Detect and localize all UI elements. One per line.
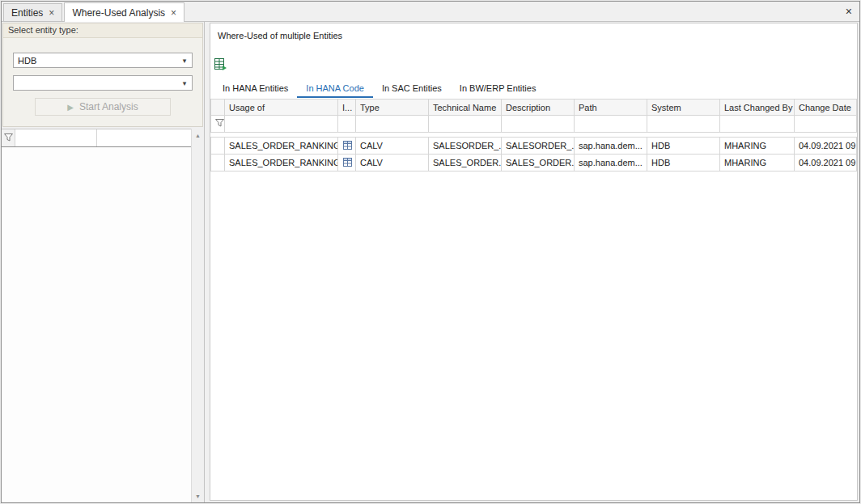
row-indicator-header — [211, 100, 225, 116]
entity-list-filter-row — [2, 129, 191, 147]
column-header-type[interactable]: Type — [356, 100, 429, 116]
entity-type-value: HDB — [18, 56, 179, 66]
tab-where-used-label: Where-Used Analysis — [72, 7, 165, 19]
cell-description: SALESORDER_... — [502, 138, 575, 155]
cell-last-changed-by: MHARING — [720, 138, 795, 155]
export-excel-icon[interactable] — [214, 57, 228, 71]
play-icon: ▶ — [67, 103, 74, 112]
cell-technical-name: SALESORDER_... — [429, 138, 502, 155]
filter-cell[interactable] — [15, 129, 97, 146]
start-analysis-button[interactable]: ▶ Start Analysis — [35, 98, 171, 116]
tab-where-used-analysis[interactable]: Where-Used Analysis × — [64, 2, 184, 22]
filter-cell[interactable] — [795, 116, 857, 133]
chevron-down-icon[interactable]: ▾ — [179, 79, 190, 87]
column-header-icon[interactable]: I... — [338, 100, 356, 116]
cell-type: CALV — [356, 138, 429, 155]
filter-cell[interactable] — [429, 116, 502, 133]
cell-usage-of: SALES_ORDER_RANKING — [225, 155, 338, 172]
header-row: Usage of I... Type Technical Name Descri… — [211, 100, 857, 116]
column-header-usage-of[interactable]: Usage of — [225, 100, 338, 116]
cell-technical-name: SALES_ORDER... — [429, 155, 502, 172]
where-used-results-panel: Where-Used of multiple Entities In HANA … — [210, 23, 858, 501]
table-row[interactable]: SALES_ORDER_RANKING CALV SALESORDE — [211, 138, 857, 155]
cell-last-changed-by: MHARING — [720, 155, 795, 172]
close-icon[interactable]: × — [846, 6, 852, 17]
cell-type: CALV — [356, 155, 429, 172]
filter-cell[interactable] — [338, 116, 356, 133]
cell-usage-of: SALES_ORDER_RANKING — [225, 138, 338, 155]
tab-in-hana-entities[interactable]: In HANA Entities — [214, 81, 297, 98]
tab-close-icon[interactable]: × — [171, 8, 176, 18]
cell-change-date: 04.09.2021 09... — [795, 138, 857, 155]
column-header-system[interactable]: System — [647, 100, 720, 116]
cell-path: sap.hana.dem... — [575, 155, 647, 172]
filter-icon — [215, 119, 224, 129]
entity-type-select[interactable]: HDB ▾ — [13, 53, 193, 68]
cell-change-date: 04.09.2021 09... — [795, 155, 857, 172]
results-tabstrip: In HANA Entities In HANA Code In SAC Ent… — [214, 80, 857, 98]
filter-icon — [4, 133, 13, 143]
left-scrollbar[interactable]: ▲ ▼ — [191, 129, 204, 502]
filter-cell[interactable] — [720, 116, 795, 133]
chevron-down-icon[interactable]: ▾ — [179, 57, 190, 65]
scroll-up-icon[interactable]: ▲ — [192, 129, 204, 142]
group-title: Select entity type: — [3, 23, 202, 38]
select-entity-type-group: Select entity type: HDB ▾ ▾ ▶ Start Anal… — [2, 23, 203, 127]
page-title: Where-Used of multiple Entities — [210, 23, 857, 40]
tab-in-bw-erp-entities[interactable]: In BW/ERP Entities — [451, 81, 545, 98]
column-header-description[interactable]: Description — [502, 100, 575, 116]
auto-filter-row — [211, 116, 857, 133]
column-header-change-date[interactable]: Change Date — [795, 100, 857, 116]
filter-cell[interactable] — [225, 116, 338, 133]
entity-select[interactable]: ▾ — [13, 75, 193, 91]
app-window: Entities × Where-Used Analysis × × Selec… — [1, 1, 860, 503]
tab-close-icon[interactable]: × — [49, 8, 54, 18]
column-header-path[interactable]: Path — [575, 100, 647, 116]
filter-cell[interactable] — [502, 116, 575, 133]
calculation-view-icon — [342, 142, 353, 152]
cell-path: sap.hana.dem... — [575, 138, 647, 155]
filter-cell[interactable] — [575, 116, 647, 133]
tab-in-sac-entities[interactable]: In SAC Entities — [373, 81, 451, 98]
calculation-view-icon — [342, 159, 353, 169]
entity-selection-panel: Select entity type: HDB ▾ ▾ ▶ Start Anal… — [2, 22, 205, 502]
entity-list: ▲ ▼ — [2, 129, 204, 502]
tab-entities-label: Entities — [11, 7, 43, 19]
cell-system: HDB — [647, 155, 720, 172]
scrollbar-track[interactable] — [192, 142, 204, 489]
start-analysis-label: Start Analysis — [79, 101, 138, 112]
scroll-down-icon[interactable]: ▼ — [192, 489, 204, 502]
entity-list-empty-area — [2, 147, 191, 502]
column-header-technical-name[interactable]: Technical Name — [429, 100, 502, 116]
tab-entities[interactable]: Entities × — [3, 3, 62, 21]
filter-cell[interactable] — [647, 116, 720, 133]
filter-cell[interactable] — [356, 116, 429, 133]
table-row[interactable]: SALES_ORDER_RANKING CALV SALES_ORD — [211, 155, 857, 172]
cell-system: HDB — [647, 138, 720, 155]
column-header-last-changed-by[interactable]: Last Changed By — [720, 100, 795, 116]
filter-cell[interactable] — [97, 129, 191, 146]
document-tabbar: Entities × Where-Used Analysis × × — [2, 2, 859, 22]
tab-in-hana-code[interactable]: In HANA Code — [297, 81, 373, 98]
results-table: Usage of I... Type Technical Name Descri… — [210, 99, 857, 172]
cell-description: SALES_ORDER... — [502, 155, 575, 172]
